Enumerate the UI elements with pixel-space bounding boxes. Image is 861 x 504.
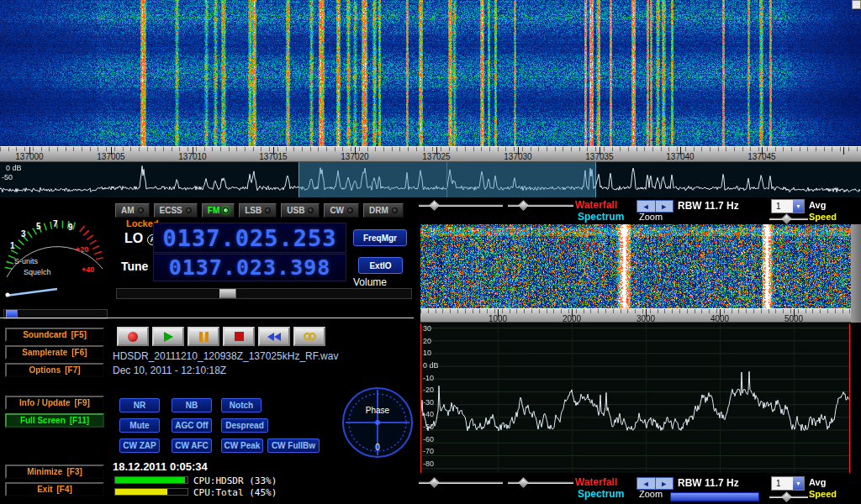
pause-button[interactable]: [188, 327, 219, 346]
mode-button-usb[interactable]: USB: [281, 203, 320, 218]
freqmgr-button[interactable]: FreqMgr: [353, 229, 407, 246]
speed-slider-bottom[interactable]: [769, 492, 808, 502]
notch-button[interactable]: Notch: [221, 398, 261, 412]
speed-slider-top[interactable]: [769, 214, 808, 224]
slider-thumb[interactable]: [518, 477, 529, 488]
tune-frequency-display[interactable]: 0137.023.398: [153, 254, 346, 281]
waterfall-label-bottom[interactable]: Waterfall: [575, 476, 617, 488]
waterfall-label-top[interactable]: Waterfall: [575, 199, 617, 211]
button-key: [F7]: [65, 365, 80, 375]
mode-button-drm[interactable]: DRM: [363, 203, 404, 218]
spectrum-label-top[interactable]: Spectrum: [578, 211, 624, 223]
avg-dropdown-bottom[interactable]: 1 ▼: [771, 476, 805, 491]
mode-button-fm[interactable]: FM: [202, 203, 235, 218]
spectrum-label-bottom[interactable]: Spectrum: [578, 488, 624, 500]
slider-thumb[interactable]: [429, 477, 440, 488]
cw-peak-button[interactable]: CW Peak: [221, 438, 263, 453]
play-button[interactable]: [152, 327, 184, 346]
main-spectrum[interactable]: 0 dB -50: [0, 162, 861, 197]
chevron-down-icon[interactable]: ▼: [793, 200, 804, 213]
slider-thumb[interactable]: [429, 200, 440, 211]
main-waterfall[interactable]: [0, 0, 861, 146]
af-waterfall[interactable]: [420, 224, 851, 308]
mode-button-am[interactable]: AM: [115, 203, 150, 218]
mode-button-cw[interactable]: CW: [324, 203, 359, 218]
avg-value: 1: [772, 200, 793, 213]
zoom-in-button[interactable]: ►: [656, 201, 673, 212]
right-scroll-strip[interactable]: [851, 224, 861, 323]
zoom-out-button[interactable]: ◄: [637, 478, 656, 489]
button-key: [F6]: [71, 348, 87, 357]
mode-led-icon: [392, 207, 398, 213]
main-frequency-ruler[interactable]: 137000 137005 137010 137015 137020 13702…: [0, 146, 861, 162]
minimize-button[interactable]: Minimize[F3]: [5, 465, 104, 479]
loop-button[interactable]: [293, 327, 325, 346]
soundcard-button[interactable]: Soundcard[F5]: [5, 328, 104, 342]
cw-afc-button[interactable]: CW AFC: [172, 438, 212, 453]
mode-label: FM: [208, 206, 219, 215]
cpu-total-bar: [114, 488, 188, 496]
samplerate-button[interactable]: Samplerate[F6]: [5, 345, 104, 360]
mode-button-ecss[interactable]: ECSS: [154, 203, 198, 218]
volume-label: Volume: [353, 276, 387, 288]
stop-button[interactable]: [223, 327, 255, 346]
freq-ruler-label: 137035: [585, 152, 613, 161]
zoom-passband-highlight[interactable]: [298, 162, 596, 197]
mode-button-lsb[interactable]: LSB: [239, 203, 277, 218]
mode-led-icon: [308, 207, 314, 213]
button-key: [F3]: [66, 467, 82, 476]
phase-value: 0: [375, 443, 380, 452]
info-update-button[interactable]: Info / Update[F9]: [5, 396, 104, 410]
brightness-slider-bottom[interactable]: [419, 478, 503, 488]
contrast-slider-bottom[interactable]: [508, 478, 573, 488]
button-label: Minimize: [27, 467, 62, 476]
fullscreen-button[interactable]: Full Screen[F11]: [5, 413, 104, 428]
s-meter[interactable]: 1 3 5 7 9 +20 +40 S-units Squelch: [3, 202, 111, 306]
zoom-in-button[interactable]: ►: [656, 478, 673, 489]
nb-button[interactable]: NB: [172, 398, 212, 412]
button-label: Soundcard: [23, 330, 66, 339]
db-scale-label: 0 dB: [6, 165, 22, 172]
avg-label-bottom: Avg: [809, 477, 826, 487]
zoom-range-bar[interactable]: [670, 492, 759, 501]
mode-led-icon: [138, 207, 144, 213]
af-frequency-ruler[interactable]: 1000 2000 3000 4000 5000: [420, 308, 851, 323]
exit-button[interactable]: Exit[F4]: [5, 482, 104, 496]
record-button[interactable]: [117, 327, 149, 346]
extio-button[interactable]: ExtIO: [358, 257, 403, 274]
cw-fullbw-button[interactable]: CW FullBw: [267, 438, 320, 453]
stop-icon: [235, 332, 244, 341]
options-button[interactable]: Options[F7]: [5, 363, 104, 377]
despread-button[interactable]: Despread: [221, 418, 268, 433]
volume-slider[interactable]: [116, 288, 412, 299]
mute-button[interactable]: Mute: [119, 418, 160, 433]
freq-ruler-label: 137040: [666, 152, 694, 161]
af-spectrum[interactable]: [420, 323, 851, 473]
freq-ruler-label: 137010: [178, 152, 206, 161]
waterfall-scroll-button[interactable]: [852, 0, 861, 9]
cw-zap-button[interactable]: CW ZAP: [119, 438, 160, 453]
chevron-down-icon[interactable]: ▼: [793, 477, 804, 490]
brightness-slider-top[interactable]: [419, 201, 503, 211]
speed-label-bottom: Speed: [809, 489, 837, 499]
button-label: Info / Update: [19, 398, 71, 407]
contrast-slider-top[interactable]: [508, 201, 573, 211]
agc-button[interactable]: AGC Off: [172, 418, 212, 433]
recording-timestamp: Dec 10, 2011 - 12:10:18Z: [113, 365, 226, 376]
avg-label-top: Avg: [809, 200, 826, 210]
lo-frequency-display[interactable]: 0137.025.253: [153, 223, 346, 253]
record-icon: [128, 332, 138, 342]
slider-thumb[interactable]: [781, 213, 792, 224]
speed-label-top: Speed: [809, 212, 837, 222]
pause-icon: [199, 332, 209, 342]
phase-dial[interactable]: Phase 0: [341, 383, 414, 462]
nr-button[interactable]: NR: [119, 398, 160, 412]
slider-thumb[interactable]: [781, 491, 792, 502]
zoom-out-button[interactable]: ◄: [637, 201, 656, 212]
volume-slider-thumb[interactable]: [219, 289, 236, 298]
avg-dropdown-top[interactable]: 1 ▼: [771, 199, 805, 213]
rbw-label-top: RBW 11.7 Hz: [678, 200, 739, 212]
rewind-button[interactable]: [258, 327, 290, 346]
slider-thumb[interactable]: [518, 200, 529, 211]
freq-ruler-label: 137045: [747, 152, 775, 161]
